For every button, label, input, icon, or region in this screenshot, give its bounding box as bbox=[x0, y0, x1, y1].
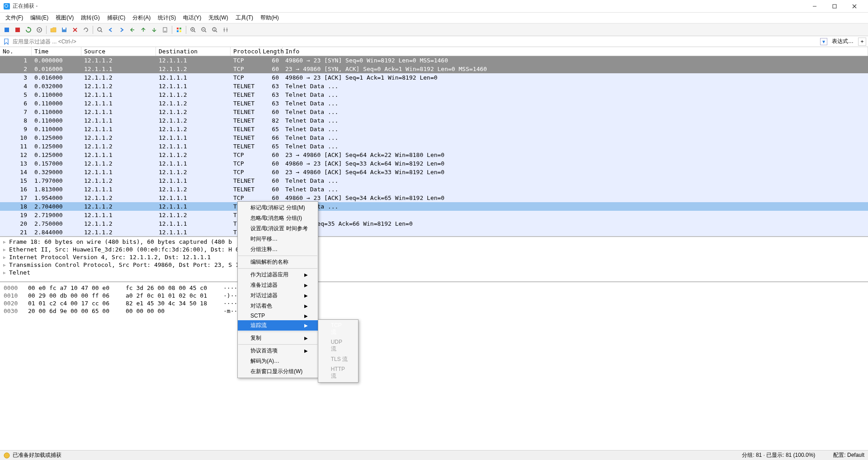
restart-capture-icon[interactable] bbox=[24, 25, 33, 35]
packet-row[interactable]: 60.11000012.1.1.112.1.1.2TELNET63Telnet … bbox=[0, 99, 868, 108]
packet-row[interactable]: 202.75000012.1.1.212.1.1.1T 3 [ACK] Seq=… bbox=[0, 219, 868, 228]
ctx-follow[interactable]: 追踪流▶ TCP 流 UDP 流 TLS 流 HTTP 流 bbox=[238, 320, 318, 331]
ctx-protoprefs[interactable]: 协议首选项▶ bbox=[238, 346, 318, 356]
packet-details-pane[interactable]: Frame 18: 60 bytes on wire (480 bits), 6… bbox=[0, 237, 868, 282]
menu-file[interactable]: 文件(F) bbox=[2, 13, 27, 23]
ctx-copy[interactable]: 复制▶ bbox=[238, 333, 318, 343]
packet-row[interactable]: 20.01600012.1.1.112.1.1.2TCP6023 → 49860… bbox=[0, 65, 868, 73]
minimize-button[interactable] bbox=[805, 0, 825, 13]
go-first-icon[interactable] bbox=[138, 25, 148, 35]
packet-row[interactable]: 110.12500012.1.1.212.1.1.1TELNET65Telnet… bbox=[0, 142, 868, 151]
filter-dropdown-icon[interactable]: ▾ bbox=[820, 38, 827, 45]
menu-help[interactable]: 帮助(H) bbox=[257, 13, 283, 23]
hex-row[interactable]: 002001 01 c2 c4 00 17 cc 0682 e1 45 30 4… bbox=[4, 299, 864, 307]
packet-row[interactable]: 192.71900012.1.1.112.1.1.2TELNET ta ... bbox=[0, 211, 868, 219]
ctx-prepfilter[interactable]: 准备过滤器▶ bbox=[238, 280, 318, 290]
detail-row[interactable]: Internet Protocol Version 4, Src: 12.1.1… bbox=[1, 253, 867, 261]
packet-row[interactable]: 171.95400012.1.1.212.1.1.1TCP6049860 → 2… bbox=[0, 194, 868, 202]
ctx-convfilter[interactable]: 对话过滤器▶ bbox=[238, 290, 318, 301]
go-back-icon[interactable] bbox=[106, 25, 116, 35]
detail-row[interactable]: Frame 18: 60 bytes on wire (480 bits), 6… bbox=[1, 238, 867, 246]
col-destination[interactable]: Destination bbox=[156, 47, 231, 56]
close-file-icon[interactable] bbox=[70, 25, 80, 35]
packet-row[interactable]: 90.11000012.1.1.112.1.1.2TELNET65Telnet … bbox=[0, 125, 868, 133]
packet-row[interactable]: 120.12500012.1.1.112.1.1.2TCP6023 → 4986… bbox=[0, 151, 868, 159]
expert-info-icon[interactable] bbox=[4, 452, 10, 459]
maximize-button[interactable] bbox=[825, 0, 844, 13]
expression-button[interactable]: 表达式… bbox=[829, 37, 856, 46]
packet-row[interactable]: 50.11000012.1.1.112.1.1.2TELNET63Telnet … bbox=[0, 90, 868, 99]
col-source[interactable]: Source bbox=[81, 47, 156, 56]
reload-icon[interactable] bbox=[81, 25, 91, 35]
detail-row[interactable]: Ethernet II, Src: HuaweiTe_3d:26:00 (00:… bbox=[1, 246, 867, 253]
ctx-sctp[interactable]: SCTP▶ bbox=[238, 311, 318, 320]
packet-row[interactable]: 130.15700012.1.1.212.1.1.1TCP6049860 → 2… bbox=[0, 159, 868, 168]
packet-row[interactable]: 182.70400012.1.1.212.1.1.1TELNET60Telnet… bbox=[0, 202, 868, 211]
col-protocol[interactable]: Protocol bbox=[231, 47, 260, 56]
col-length[interactable]: Length bbox=[260, 47, 283, 56]
go-last-icon[interactable] bbox=[149, 25, 159, 35]
menu-telephony[interactable]: 电话(Y) bbox=[179, 13, 205, 23]
packet-row[interactable]: 161.81300012.1.1.112.1.1.2TELNET60Telnet… bbox=[0, 185, 868, 194]
packet-row[interactable]: 140.32900012.1.1.112.1.1.2TCP6023 → 4986… bbox=[0, 168, 868, 176]
zoom-in-icon[interactable] bbox=[188, 25, 198, 35]
start-capture-icon[interactable] bbox=[2, 25, 12, 35]
ctx-timeshift[interactable]: 时间平移… bbox=[238, 234, 318, 244]
capture-options-icon[interactable] bbox=[34, 25, 44, 35]
filter-bar: ▾ 表达式… + bbox=[0, 36, 868, 47]
packet-row[interactable]: 40.03200012.1.1.212.1.1.1TELNET63Telnet … bbox=[0, 82, 868, 90]
menu-go[interactable]: 跳转(G) bbox=[77, 13, 103, 23]
zoom-reset-icon[interactable]: 1 bbox=[210, 25, 220, 35]
go-forward-icon[interactable] bbox=[117, 25, 127, 35]
ctx-asfilter[interactable]: 作为过滤器应用▶ bbox=[238, 270, 318, 280]
detail-row[interactable]: Transmission Control Protocol, Src Port:… bbox=[1, 261, 867, 269]
menu-tools[interactable]: 工具(T) bbox=[232, 13, 257, 23]
menu-wireless[interactable]: 无线(W) bbox=[205, 13, 231, 23]
packet-row[interactable]: 212.84400012.1.1.212.1.1.1T ta ... bbox=[0, 228, 868, 236]
colorize-icon[interactable] bbox=[174, 25, 184, 35]
menu-capture[interactable]: 捕获(C) bbox=[104, 13, 129, 23]
detail-row[interactable]: Telnet bbox=[1, 269, 867, 276]
hex-row[interactable]: 001000 29 00 db 00 00 ff 06a0 2f 0c 01 0… bbox=[4, 292, 864, 299]
bookmark-icon[interactable] bbox=[2, 37, 11, 46]
packet-row[interactable]: 151.79700012.1.1.212.1.1.1TELNET60Telnet… bbox=[0, 176, 868, 185]
packet-list[interactable]: 10.00000012.1.1.212.1.1.1TCP6049860 → 23… bbox=[0, 56, 868, 236]
packet-row[interactable]: 30.01600012.1.1.212.1.1.1TCP6049860 → 23… bbox=[0, 73, 868, 82]
status-profile[interactable]: 配置: Default bbox=[815, 451, 864, 459]
zoom-out-icon[interactable] bbox=[199, 25, 209, 35]
stop-capture-icon[interactable] bbox=[13, 25, 23, 35]
ctx-convcolor[interactable]: 对话着色▶ bbox=[238, 301, 318, 311]
col-time[interactable]: Time bbox=[32, 47, 81, 56]
follow-tls: TLS 流 bbox=[318, 354, 358, 365]
hex-row[interactable]: 003020 00 6d 9e 00 00 65 0000 00 00 00 ·… bbox=[4, 307, 864, 315]
menu-statistics[interactable]: 统计(S) bbox=[154, 13, 179, 23]
ctx-mark[interactable]: 标记/取消标记 分组(M) bbox=[238, 203, 318, 213]
ctx-editname[interactable]: 编辑解析的名称 bbox=[238, 257, 318, 267]
menu-analyze[interactable]: 分析(A) bbox=[129, 13, 154, 23]
ctx-timeref[interactable]: 设置/取消设置 时间参考 bbox=[238, 223, 318, 234]
display-filter-input[interactable] bbox=[11, 38, 820, 46]
hex-pane[interactable]: 000000 e0 fc a7 10 47 00 e0fc 3d 26 00 0… bbox=[0, 282, 868, 450]
ctx-comment[interactable]: 分组注释… bbox=[238, 244, 318, 255]
find-packet-icon[interactable] bbox=[95, 25, 105, 35]
auto-scroll-icon[interactable] bbox=[160, 25, 170, 35]
save-file-icon[interactable] bbox=[59, 25, 69, 35]
packet-row[interactable]: 80.11000012.1.1.112.1.1.2TELNET82Telnet … bbox=[0, 116, 868, 125]
resize-columns-icon[interactable] bbox=[221, 25, 231, 35]
col-info[interactable]: Info bbox=[283, 47, 868, 56]
goto-packet-icon[interactable] bbox=[127, 25, 137, 35]
ctx-decodeas[interactable]: 解码为(A)… bbox=[238, 356, 318, 366]
ctx-ignore[interactable]: 忽略/取消忽略 分组(I) bbox=[238, 213, 318, 223]
packet-row[interactable]: 100.12500012.1.1.212.1.1.1TELNET66Telnet… bbox=[0, 133, 868, 142]
packet-row[interactable]: 10.00000012.1.1.212.1.1.1TCP6049860 → 23… bbox=[0, 56, 868, 65]
open-file-icon[interactable] bbox=[48, 25, 58, 35]
hex-row[interactable]: 000000 e0 fc a7 10 47 00 e0fc 3d 26 00 0… bbox=[4, 284, 864, 292]
col-no[interactable]: No. bbox=[0, 47, 32, 56]
add-filter-button[interactable]: + bbox=[858, 38, 866, 46]
follow-tcp[interactable]: TCP 流 bbox=[318, 321, 358, 337]
close-button[interactable] bbox=[844, 0, 864, 13]
ctx-newwin[interactable]: 在新窗口显示分组(W) bbox=[238, 366, 318, 377]
menu-view[interactable]: 视图(V) bbox=[52, 13, 77, 23]
packet-row[interactable]: 70.11000012.1.1.112.1.1.2TELNET60Telnet … bbox=[0, 108, 868, 116]
menu-edit[interactable]: 编辑(E) bbox=[27, 13, 52, 23]
